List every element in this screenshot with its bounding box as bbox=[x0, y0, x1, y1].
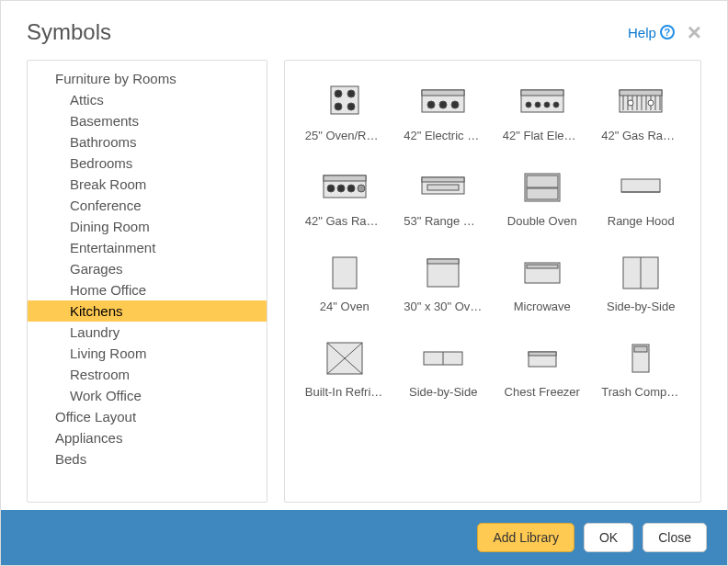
symbol-label: Built-In Refrigerator bbox=[305, 385, 384, 399]
electric-range-42-icon bbox=[420, 83, 466, 119]
tree-item-conference[interactable]: Conference bbox=[28, 195, 267, 216]
symbol-oven-24[interactable]: 24" Oven bbox=[298, 254, 392, 313]
symbol-gas-range-42b[interactable]: 42" Gas Range bbox=[298, 168, 392, 228]
symbol-double-oven[interactable]: Double Oven bbox=[495, 168, 589, 228]
svg-point-31 bbox=[327, 185, 335, 192]
tree-item-basements[interactable]: Basements bbox=[28, 110, 267, 131]
svg-rect-17 bbox=[620, 90, 662, 96]
symbol-chest-freezer[interactable]: Chest Freezer bbox=[495, 339, 589, 399]
tree-item-laundry[interactable]: Laundry bbox=[28, 322, 267, 343]
svg-rect-58 bbox=[634, 346, 647, 352]
svg-point-13 bbox=[535, 102, 540, 108]
symbol-grid-panel: 25" Oven/Range42" Electric Range42" Flat… bbox=[284, 60, 701, 503]
symbol-oven-25[interactable]: 25" Oven/Range bbox=[298, 83, 392, 142]
symbol-flat-electric-42[interactable]: 42" Flat Electric bbox=[495, 83, 589, 142]
svg-rect-45 bbox=[427, 259, 459, 264]
microwave-icon bbox=[519, 254, 565, 290]
tree-item-dining-room[interactable]: Dining Room bbox=[28, 216, 267, 237]
help-label: Help bbox=[628, 25, 656, 40]
svg-rect-43 bbox=[333, 257, 357, 289]
svg-point-1 bbox=[335, 90, 342, 97]
symbol-label: 42" Flat Electric bbox=[503, 129, 582, 142]
tree-item-attics[interactable]: Attics bbox=[28, 89, 267, 110]
symbol-label: 25" Oven/Range bbox=[305, 129, 384, 142]
oven-30x30-icon bbox=[420, 254, 466, 290]
tree-item-home-office[interactable]: Home Office bbox=[28, 279, 267, 300]
tree-item-living-room[interactable]: Living Room bbox=[28, 343, 267, 364]
svg-rect-40 bbox=[527, 188, 558, 199]
symbol-range-hood[interactable]: Range Hood bbox=[595, 168, 688, 228]
tree-item-kitchens[interactable]: Kitchens bbox=[28, 300, 267, 322]
svg-point-27 bbox=[628, 100, 633, 106]
svg-point-4 bbox=[347, 103, 355, 110]
svg-point-32 bbox=[337, 185, 345, 192]
ok-button[interactable]: OK bbox=[584, 523, 633, 552]
symbol-side-by-side-2[interactable]: Side-by-Side bbox=[397, 339, 491, 399]
svg-point-2 bbox=[347, 90, 355, 97]
symbol-built-in-refrigerator[interactable]: Built-In Refrigerator bbox=[298, 339, 392, 399]
symbols-dialog: Symbols Help ? × Furniture by RoomsAttic… bbox=[0, 0, 728, 566]
tree-item-restroom[interactable]: Restroom bbox=[28, 364, 267, 385]
tree-item-work-office[interactable]: Work Office bbox=[28, 385, 267, 406]
symbol-label: Chest Freezer bbox=[505, 385, 580, 399]
symbol-electric-range-42[interactable]: 42" Electric Range bbox=[397, 83, 491, 142]
svg-point-34 bbox=[358, 185, 365, 192]
symbol-microwave[interactable]: Microwave bbox=[495, 254, 589, 313]
oven-25-icon bbox=[322, 83, 368, 119]
svg-rect-6 bbox=[422, 90, 464, 96]
close-button[interactable]: Close bbox=[643, 523, 707, 552]
symbol-label: 42" Gas Range bbox=[305, 214, 384, 228]
svg-rect-11 bbox=[521, 90, 563, 96]
tree-item-entertainment[interactable]: Entertainment bbox=[28, 237, 267, 258]
tree-item-bedrooms[interactable]: Bedrooms bbox=[28, 153, 267, 174]
symbol-trash-compactor[interactable]: Trash Compactor bbox=[595, 339, 688, 399]
symbol-label: 42" Electric Range bbox=[404, 129, 483, 142]
gas-range-42-icon bbox=[618, 83, 664, 119]
svg-point-9 bbox=[451, 101, 459, 108]
dialog-header: Symbols Help ? × bbox=[1, 1, 727, 54]
tree-item-beds[interactable]: Beds bbox=[28, 448, 267, 470]
symbol-label: 24" Oven bbox=[320, 300, 370, 313]
symbol-gas-range-42[interactable]: 42" Gas Range bbox=[595, 83, 688, 142]
tree-item-break-room[interactable]: Break Room bbox=[28, 174, 267, 195]
built-in-refrigerator-icon bbox=[322, 339, 368, 376]
double-oven-icon bbox=[519, 168, 565, 205]
chest-freezer-icon bbox=[519, 339, 565, 376]
range-hood-icon bbox=[618, 168, 664, 205]
symbol-label: Range Hood bbox=[608, 214, 675, 228]
symbol-range-hood-53[interactable]: 53" Range Hood bbox=[397, 168, 491, 228]
svg-rect-0 bbox=[331, 86, 358, 114]
close-icon[interactable]: × bbox=[688, 20, 701, 44]
help-link[interactable]: Help ? bbox=[628, 25, 675, 40]
symbol-label: Side-by-Side bbox=[607, 300, 675, 313]
tree-item-bathrooms[interactable]: Bathrooms bbox=[28, 131, 267, 153]
dialog-footer: Add Library OK Close bbox=[1, 510, 727, 565]
side-by-side-icon bbox=[618, 254, 664, 290]
svg-point-3 bbox=[335, 103, 342, 110]
tree-item-appliances[interactable]: Appliances bbox=[28, 427, 267, 448]
symbol-label: Trash Compactor bbox=[601, 385, 680, 399]
side-by-side-2-icon bbox=[420, 339, 466, 376]
tree-item-office-layout[interactable]: Office Layout bbox=[28, 406, 267, 427]
category-tree[interactable]: Furniture by RoomsAtticsBasementsBathroo… bbox=[27, 60, 267, 503]
tree-item-furniture-by-rooms[interactable]: Furniture by Rooms bbox=[28, 68, 267, 89]
symbol-label: 30" x 30" Oven bbox=[404, 300, 483, 313]
tree-item-garages[interactable]: Garages bbox=[28, 258, 267, 279]
add-library-button[interactable]: Add Library bbox=[477, 523, 574, 552]
symbol-oven-30x30[interactable]: 30" x 30" Oven bbox=[397, 254, 491, 313]
svg-point-12 bbox=[526, 102, 531, 108]
trash-compactor-icon bbox=[618, 339, 664, 376]
symbol-side-by-side[interactable]: Side-by-Side bbox=[595, 254, 688, 313]
symbol-label: Side-by-Side bbox=[409, 385, 477, 399]
symbol-label: 42" Gas Range bbox=[601, 129, 680, 142]
dialog-title: Symbols bbox=[27, 19, 111, 45]
svg-point-15 bbox=[553, 102, 559, 108]
symbol-grid: 25" Oven/Range42" Electric Range42" Flat… bbox=[298, 83, 688, 399]
svg-rect-30 bbox=[324, 175, 366, 181]
symbol-label: Double Oven bbox=[507, 214, 577, 228]
svg-rect-37 bbox=[427, 185, 459, 190]
svg-rect-47 bbox=[527, 265, 558, 268]
header-actions: Help ? × bbox=[628, 20, 701, 44]
help-icon: ? bbox=[660, 25, 675, 40]
svg-rect-56 bbox=[529, 352, 556, 356]
